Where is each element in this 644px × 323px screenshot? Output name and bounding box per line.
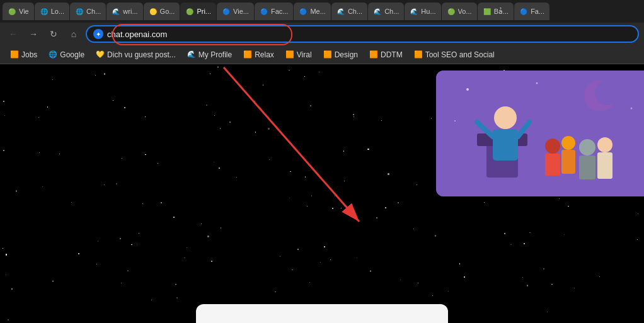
- address-bar[interactable]: ✦ chat.openai.com: [86, 25, 639, 43]
- reload-button[interactable]: ↻: [45, 26, 62, 42]
- promo-card: [436, 71, 644, 196]
- tab-fa2[interactable]: 🔵Fa...: [514, 3, 549, 20]
- tab-ch2[interactable]: 🌊Ch...: [331, 3, 367, 20]
- tab-label-me: Me...: [310, 8, 325, 15]
- tab-wri[interactable]: 🌊wri...: [106, 3, 142, 20]
- tab-favicon-fa2: 🔵: [519, 7, 528, 16]
- nav-bar: ← → ↻ ⌂ ✦ chat.openai.com: [0, 23, 644, 45]
- tab-label-vie1: Vie: [19, 8, 29, 15]
- bookmark-relax[interactable]: 🟧Relax: [238, 49, 279, 60]
- tab-favicon-me: 🔵: [299, 7, 308, 16]
- tab-wp[interactable]: 🔵Vie...: [217, 3, 254, 20]
- bookmark-label: Viral: [297, 50, 312, 59]
- svg-rect-6: [493, 129, 518, 161]
- tab-vo[interactable]: 🟢Vo...: [442, 3, 477, 20]
- tab-fac[interactable]: 🔵Fac...: [255, 3, 294, 20]
- bookmark-favicon: 🌊: [187, 50, 196, 59]
- bookmark-favicon: 🟧: [285, 50, 294, 59]
- bookmark-favicon: 🌐: [49, 50, 57, 59]
- tab-label-go: Go...: [160, 8, 175, 15]
- tab-pri[interactable]: 🟢Pri...: [180, 3, 216, 20]
- tab-favicon-wp: 🔵: [222, 7, 231, 16]
- tab-label-ch1: Ch...: [86, 8, 101, 15]
- svg-point-23: [595, 80, 620, 105]
- bookmark-label: My Profile: [198, 50, 232, 59]
- bookmark-label: Relax: [255, 50, 274, 59]
- bookmark-label: Jobs: [21, 50, 37, 59]
- bookmark-label: Tool SEO and Social: [425, 50, 495, 59]
- bookmarks-bar: 🟧Jobs🌐Google💛Dich vu guest post...🌊My Pr…: [0, 45, 644, 64]
- bookmark-google[interactable]: 🌐Google: [43, 49, 89, 60]
- svg-point-13: [579, 139, 595, 156]
- bookmark-favicon: 🟧: [323, 50, 332, 59]
- tab-hu[interactable]: 🌊Hu...: [405, 3, 440, 20]
- bookmark-jobs[interactable]: 🟧Jobs: [5, 49, 42, 60]
- tab-favicon-ch3: 🌊: [373, 7, 382, 16]
- tab-loc[interactable]: 🌐Lo...: [35, 3, 69, 20]
- tab-label-pri: Pri...: [197, 8, 211, 15]
- tab-ch1[interactable]: 🌐Ch...: [70, 3, 106, 20]
- tab-label-fa2: Fa...: [531, 8, 544, 15]
- tab-favicon-hu: 🌊: [410, 7, 418, 16]
- tab-favicon-wri: 🌊: [112, 7, 120, 16]
- tab-favicon-ch1: 🌐: [75, 7, 84, 16]
- svg-point-11: [561, 136, 575, 150]
- svg-point-21: [454, 120, 456, 122]
- bookmark-ddtm[interactable]: 🟧DDTM: [364, 49, 408, 60]
- tab-go[interactable]: 🟡Go...: [144, 3, 180, 20]
- bookmark-favicon: 🟧: [414, 50, 423, 59]
- tab-ch3[interactable]: 🌊Ch...: [368, 3, 404, 20]
- svg-point-17: [466, 88, 469, 91]
- svg-point-20: [631, 108, 633, 110]
- forward-button[interactable]: →: [25, 26, 42, 42]
- tab-label-hu: Hu...: [421, 8, 435, 15]
- tab-favicon-go: 🟡: [149, 7, 158, 16]
- tab-favicon-vo: 🟢: [447, 7, 456, 16]
- back-button[interactable]: ←: [5, 26, 21, 42]
- tab-favicon-loc: 🌐: [40, 7, 49, 16]
- tab-label-ch3: Ch...: [384, 8, 399, 15]
- browser-window: 🟢Vie🌐Lo...🌐Ch...🌊wri...🟡Go...🟢Pri...🔵Vie…: [0, 0, 644, 323]
- tab-ba[interactable]: 🟩Bả...: [478, 3, 514, 20]
- svg-point-5: [494, 106, 517, 129]
- bookmark-tool-seo-and-social[interactable]: 🟧Tool SEO and Social: [409, 49, 500, 60]
- tab-favicon-ba: 🟩: [483, 7, 492, 16]
- tab-me[interactable]: 🔵Me...: [294, 3, 330, 20]
- bookmark-favicon: 🟧: [369, 50, 378, 59]
- bookmark-viral[interactable]: 🟧Viral: [280, 49, 317, 60]
- home-button[interactable]: ⌂: [66, 26, 82, 42]
- tab-bar: 🟢Vie🌐Lo...🌐Ch...🌊wri...🟡Go...🟢Pri...🔵Vie…: [0, 0, 644, 23]
- tab-label-vo: Vo...: [458, 8, 472, 15]
- tab-label-wp: Vie...: [233, 8, 249, 15]
- bottom-search-panel: [196, 304, 448, 323]
- tab-label-fac: Fac...: [271, 8, 289, 15]
- bookmark-dich-vu-guest-post...[interactable]: 💛Dich vu guest post...: [91, 49, 181, 60]
- bookmark-my-profile[interactable]: 🌊My Profile: [182, 49, 237, 60]
- url-text: chat.openai.com: [107, 30, 631, 39]
- tab-label-wri: wri...: [123, 8, 137, 15]
- page-content: [0, 64, 644, 323]
- tab-vie1[interactable]: 🟢Vie: [3, 3, 34, 20]
- bookmark-favicon: 🟧: [243, 50, 252, 59]
- tab-label-ba: Bả...: [494, 8, 509, 16]
- svg-rect-16: [597, 152, 612, 179]
- bookmark-label: DDTM: [381, 50, 403, 59]
- tab-favicon-ch2: 🌊: [336, 7, 345, 16]
- bookmark-label: Google: [60, 50, 84, 59]
- tab-favicon-pri: 🟢: [185, 7, 194, 16]
- site-favicon: ✦: [93, 29, 103, 39]
- bookmark-design[interactable]: 🟧Design: [318, 49, 363, 60]
- svg-rect-12: [561, 150, 575, 174]
- bookmark-label: Design: [335, 50, 358, 59]
- bookmark-favicon: 💛: [96, 50, 105, 59]
- tab-label-ch2: Ch...: [348, 8, 362, 15]
- bookmark-label: Dich vu guest post...: [107, 50, 176, 59]
- tab-label-loc: Lo...: [51, 8, 64, 15]
- bookmark-favicon: 🟧: [10, 50, 19, 59]
- svg-rect-14: [579, 156, 595, 179]
- svg-rect-10: [545, 154, 560, 176]
- svg-point-18: [536, 82, 538, 84]
- tab-favicon-fac: 🔵: [260, 7, 268, 16]
- tab-favicon-vie1: 🟢: [8, 7, 16, 16]
- svg-point-15: [597, 137, 612, 152]
